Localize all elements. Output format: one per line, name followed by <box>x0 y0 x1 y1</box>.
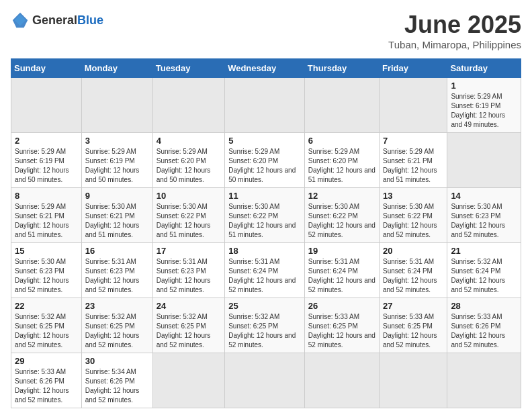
day-detail: Sunrise: 5:30 AMSunset: 6:22 PMDaylight:… <box>383 202 443 240</box>
day-number: 23 <box>85 301 149 311</box>
calendar-week-6: 29Sunrise: 5:33 AMSunset: 6:26 PMDayligh… <box>11 353 521 408</box>
calendar-cell: 10Sunrise: 5:30 AMSunset: 6:22 PMDayligh… <box>152 188 224 243</box>
day-number: 28 <box>451 301 517 311</box>
day-detail: Sunrise: 5:31 AMSunset: 6:24 PMDaylight:… <box>308 257 375 295</box>
day-detail: Sunrise: 5:32 AMSunset: 6:25 PMDaylight:… <box>157 312 221 350</box>
calendar-cell: 29Sunrise: 5:33 AMSunset: 6:26 PMDayligh… <box>11 353 82 408</box>
header-wednesday: Wednesday <box>225 59 305 78</box>
day-number: 16 <box>85 246 149 256</box>
calendar-cell: 27Sunrise: 5:33 AMSunset: 6:25 PMDayligh… <box>379 298 447 353</box>
day-number: 30 <box>85 356 149 366</box>
day-detail: Sunrise: 5:30 AMSunset: 6:23 PMDaylight:… <box>451 202 517 240</box>
day-number: 12 <box>308 191 375 201</box>
day-detail: Sunrise: 5:33 AMSunset: 6:25 PMDaylight:… <box>308 312 375 350</box>
day-number: 24 <box>157 301 221 311</box>
day-number: 8 <box>15 191 78 201</box>
calendar-cell <box>304 353 379 408</box>
day-detail: Sunrise: 5:29 AMSunset: 6:19 PMDaylight:… <box>451 92 517 130</box>
calendar-cell: 21Sunrise: 5:32 AMSunset: 6:24 PMDayligh… <box>447 243 521 298</box>
calendar-cell <box>447 133 521 188</box>
day-detail: Sunrise: 5:29 AMSunset: 6:19 PMDaylight:… <box>85 147 149 185</box>
day-number: 15 <box>15 246 78 256</box>
calendar-cell: 14Sunrise: 5:30 AMSunset: 6:23 PMDayligh… <box>447 188 521 243</box>
day-detail: Sunrise: 5:30 AMSunset: 6:22 PMDaylight:… <box>308 202 375 240</box>
location: Tuban, Mimaropa, Philippines <box>388 39 521 50</box>
header-sunday: Sunday <box>11 59 82 78</box>
calendar-cell <box>81 78 152 133</box>
calendar-cell <box>447 353 521 408</box>
day-detail: Sunrise: 5:30 AMSunset: 6:21 PMDaylight:… <box>85 202 149 240</box>
calendar-cell: 28Sunrise: 5:33 AMSunset: 6:26 PMDayligh… <box>447 298 521 353</box>
calendar-cell: 16Sunrise: 5:31 AMSunset: 6:23 PMDayligh… <box>81 243 152 298</box>
day-detail: Sunrise: 5:29 AMSunset: 6:20 PMDaylight:… <box>228 147 301 185</box>
day-number: 17 <box>157 246 221 256</box>
logo: GeneralBlue <box>11 11 103 30</box>
calendar-week-3: 8Sunrise: 5:29 AMSunset: 6:21 PMDaylight… <box>11 188 521 243</box>
day-detail: Sunrise: 5:30 AMSunset: 6:23 PMDaylight:… <box>15 257 78 295</box>
calendar-cell <box>225 353 305 408</box>
calendar-cell: 11Sunrise: 5:30 AMSunset: 6:22 PMDayligh… <box>225 188 305 243</box>
header-saturday: Saturday <box>447 59 521 78</box>
calendar-table: SundayMondayTuesdayWednesdayThursdayFrid… <box>11 58 521 408</box>
day-number: 26 <box>308 301 375 311</box>
calendar-header-row: SundayMondayTuesdayWednesdayThursdayFrid… <box>11 59 521 78</box>
logo-icon <box>11 11 30 30</box>
calendar-cell <box>225 78 305 133</box>
day-detail: Sunrise: 5:32 AMSunset: 6:24 PMDaylight:… <box>451 257 517 295</box>
calendar-week-4: 15Sunrise: 5:30 AMSunset: 6:23 PMDayligh… <box>11 243 521 298</box>
calendar-cell: 8Sunrise: 5:29 AMSunset: 6:21 PMDaylight… <box>11 188 82 243</box>
day-detail: Sunrise: 5:29 AMSunset: 6:21 PMDaylight:… <box>15 202 78 240</box>
calendar-cell: 5Sunrise: 5:29 AMSunset: 6:20 PMDaylight… <box>225 133 305 188</box>
calendar-cell: 23Sunrise: 5:32 AMSunset: 6:25 PMDayligh… <box>81 298 152 353</box>
title-section: June 2025 Tuban, Mimaropa, Philippines <box>388 11 521 50</box>
day-detail: Sunrise: 5:31 AMSunset: 6:23 PMDaylight:… <box>85 257 149 295</box>
day-number: 11 <box>228 191 301 201</box>
header-monday: Monday <box>81 59 152 78</box>
calendar-cell: 9Sunrise: 5:30 AMSunset: 6:21 PMDaylight… <box>81 188 152 243</box>
day-number: 25 <box>228 301 301 311</box>
day-detail: Sunrise: 5:29 AMSunset: 6:19 PMDaylight:… <box>15 147 78 185</box>
day-number: 2 <box>15 136 78 146</box>
calendar-cell: 24Sunrise: 5:32 AMSunset: 6:25 PMDayligh… <box>152 298 224 353</box>
calendar-cell <box>379 78 447 133</box>
calendar-cell <box>152 78 224 133</box>
day-detail: Sunrise: 5:29 AMSunset: 6:21 PMDaylight:… <box>383 147 443 185</box>
day-detail: Sunrise: 5:33 AMSunset: 6:26 PMDaylight:… <box>451 312 517 350</box>
day-detail: Sunrise: 5:34 AMSunset: 6:26 PMDaylight:… <box>85 367 149 405</box>
calendar-cell: 15Sunrise: 5:30 AMSunset: 6:23 PMDayligh… <box>11 243 82 298</box>
day-detail: Sunrise: 5:32 AMSunset: 6:25 PMDaylight:… <box>228 312 301 350</box>
day-number: 4 <box>157 136 221 146</box>
calendar-cell: 25Sunrise: 5:32 AMSunset: 6:25 PMDayligh… <box>225 298 305 353</box>
calendar-cell: 2Sunrise: 5:29 AMSunset: 6:19 PMDaylight… <box>11 133 82 188</box>
day-number: 18 <box>228 246 301 256</box>
day-detail: Sunrise: 5:32 AMSunset: 6:25 PMDaylight:… <box>85 312 149 350</box>
calendar-cell: 19Sunrise: 5:31 AMSunset: 6:24 PMDayligh… <box>304 243 379 298</box>
day-detail: Sunrise: 5:33 AMSunset: 6:26 PMDaylight:… <box>15 367 78 405</box>
day-detail: Sunrise: 5:33 AMSunset: 6:25 PMDaylight:… <box>383 312 443 350</box>
day-number: 27 <box>383 301 443 311</box>
day-number: 29 <box>15 356 78 366</box>
calendar-cell: 17Sunrise: 5:31 AMSunset: 6:23 PMDayligh… <box>152 243 224 298</box>
day-detail: Sunrise: 5:31 AMSunset: 6:24 PMDaylight:… <box>228 257 301 295</box>
calendar-cell: 1Sunrise: 5:29 AMSunset: 6:19 PMDaylight… <box>447 78 521 133</box>
day-number: 14 <box>451 191 517 201</box>
day-number: 19 <box>308 246 375 256</box>
calendar-week-1: 1Sunrise: 5:29 AMSunset: 6:19 PMDaylight… <box>11 78 521 133</box>
day-number: 10 <box>157 191 221 201</box>
calendar-cell <box>304 78 379 133</box>
day-number: 3 <box>85 136 149 146</box>
day-detail: Sunrise: 5:29 AMSunset: 6:20 PMDaylight:… <box>308 147 375 185</box>
logo-text: GeneralBlue <box>32 13 103 28</box>
day-detail: Sunrise: 5:31 AMSunset: 6:23 PMDaylight:… <box>157 257 221 295</box>
calendar-cell: 3Sunrise: 5:29 AMSunset: 6:19 PMDaylight… <box>81 133 152 188</box>
calendar-cell: 4Sunrise: 5:29 AMSunset: 6:20 PMDaylight… <box>152 133 224 188</box>
calendar-cell: 22Sunrise: 5:32 AMSunset: 6:25 PMDayligh… <box>11 298 82 353</box>
calendar-cell: 6Sunrise: 5:29 AMSunset: 6:20 PMDaylight… <box>304 133 379 188</box>
calendar-week-2: 2Sunrise: 5:29 AMSunset: 6:19 PMDaylight… <box>11 133 521 188</box>
calendar-cell: 12Sunrise: 5:30 AMSunset: 6:22 PMDayligh… <box>304 188 379 243</box>
header-tuesday: Tuesday <box>152 59 224 78</box>
calendar-week-5: 22Sunrise: 5:32 AMSunset: 6:25 PMDayligh… <box>11 298 521 353</box>
day-number: 1 <box>451 81 517 91</box>
month-year: June 2025 <box>388 11 521 39</box>
header-thursday: Thursday <box>304 59 379 78</box>
